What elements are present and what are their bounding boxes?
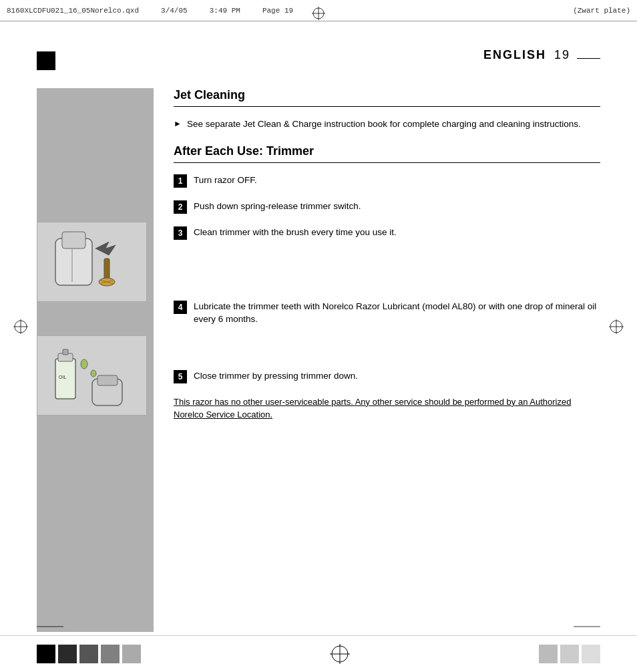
service-notice: This razor has no other user-serviceable… xyxy=(174,395,600,422)
swatch-very-light-3 xyxy=(582,645,600,663)
svg-point-21 xyxy=(91,370,96,377)
color-swatches-right xyxy=(539,645,600,663)
swatch-light-gray xyxy=(122,645,141,663)
step-5: 5 Close trimmer by pressing trimmer down… xyxy=(174,369,600,383)
svg-rect-10 xyxy=(62,232,85,248)
bottom-bar xyxy=(0,635,637,672)
swatch-very-light-2 xyxy=(560,645,579,663)
step-1-number: 1 xyxy=(174,174,187,188)
main-content: OIL Jet Cleaning ► See separate Jet Clea… xyxy=(37,88,600,632)
trim-mark-bottom-left xyxy=(37,622,63,632)
swatch-medium-gray xyxy=(79,645,98,663)
step-2: 2 Push down spring-release trimmer switc… xyxy=(174,200,600,214)
step-5-number: 5 xyxy=(174,370,187,383)
file-info: 8160XLCDFU021_16_05Norelco.qxd 3/4/05 3:… xyxy=(7,7,573,15)
step-3-text: Clean trimmer with the brush every time … xyxy=(194,226,397,239)
registration-mark-right xyxy=(609,319,624,334)
jet-cleaning-text: See separate Jet Clean & Charge instruct… xyxy=(187,118,581,131)
plate-info: (Zwart plate) xyxy=(573,7,630,15)
svg-rect-23 xyxy=(97,375,118,385)
step-4-number: 4 xyxy=(174,301,187,314)
registration-mark-top xyxy=(312,7,325,20)
registration-mark-bottom xyxy=(141,644,539,664)
step-1: 1 Turn razor OFF. xyxy=(174,174,600,188)
after-each-use-title: After Each Use: Trimmer xyxy=(174,144,600,163)
oil-bottle-image: OIL xyxy=(37,335,147,415)
jet-cleaning-bullet: ► See separate Jet Clean & Charge instru… xyxy=(174,118,600,131)
trimmer-brush-image xyxy=(37,222,147,302)
color-swatches-left xyxy=(37,645,141,663)
swatch-gray xyxy=(101,645,120,663)
language-header: ENGLISH 19 xyxy=(483,48,570,62)
svg-rect-18 xyxy=(63,349,68,355)
trim-mark-top-right xyxy=(577,58,600,59)
step-4: 4 Lubricate the trimmer teeth with Norel… xyxy=(174,300,600,326)
step-1-text: Turn razor OFF. xyxy=(194,174,257,187)
step-3-number: 3 xyxy=(174,226,187,240)
step-4-text: Lubricate the trimmer teeth with Norelco… xyxy=(194,300,600,326)
bullet-arrow-icon: ► xyxy=(174,119,182,128)
step-5-text: Close trimmer by pressing trimmer down. xyxy=(194,369,358,383)
swatch-dark-gray xyxy=(58,645,77,663)
trim-mark-bottom-right xyxy=(574,622,600,632)
text-content: Jet Cleaning ► See separate Jet Clean & … xyxy=(154,88,600,632)
language-label: ENGLISH xyxy=(483,48,546,62)
page-content: ENGLISH 19 xyxy=(0,21,637,632)
svg-text:OIL: OIL xyxy=(59,375,66,379)
swatch-very-light-1 xyxy=(539,645,558,663)
step-2-text: Push down spring-release trimmer switch. xyxy=(194,200,361,213)
step-2-number: 2 xyxy=(174,200,187,214)
swatch-black xyxy=(37,645,55,663)
registration-mark-left xyxy=(13,319,28,334)
step-3: 3 Clean trimmer with the brush every tim… xyxy=(174,226,600,240)
jet-cleaning-title: Jet Cleaning xyxy=(174,88,600,107)
corner-mark xyxy=(37,51,55,70)
sidebar: OIL xyxy=(37,88,154,632)
page-number: 19 xyxy=(554,48,570,62)
